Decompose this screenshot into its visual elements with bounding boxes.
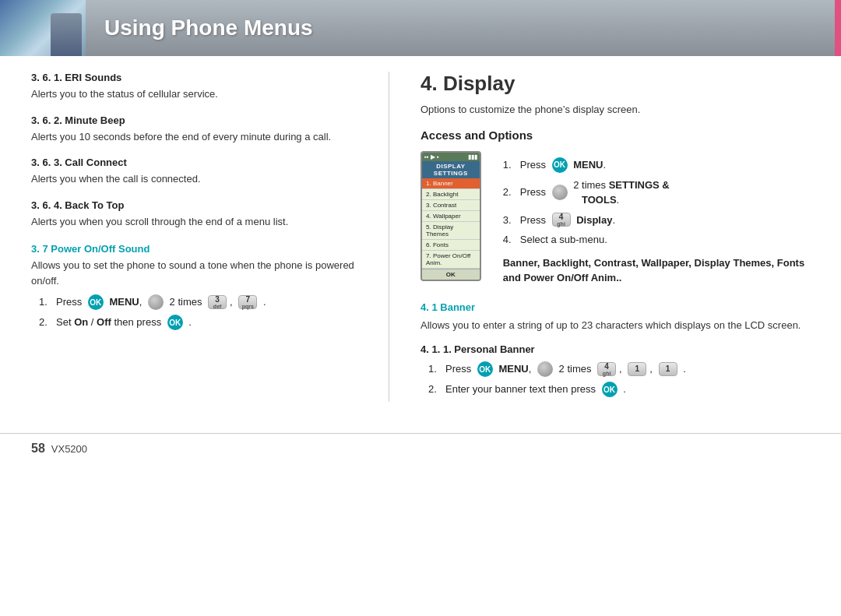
phone-title-bar: DISPLAY SETTINGS xyxy=(422,161,480,178)
nav-badge-pb1 xyxy=(537,361,553,377)
footer-page-number: 58 xyxy=(31,442,45,456)
call-connect-text: Alerts you when the call is connected. xyxy=(31,171,365,187)
display-step-2: 2. Press 2 times SETTINGS & TOOLS. xyxy=(503,178,810,208)
phone-ok-bar: OK xyxy=(422,269,480,280)
key-4ghi-pb: 4 ghi xyxy=(597,362,616,376)
phone-menu-item-7: 7. Power On/Off Anim. xyxy=(422,251,480,269)
key-3def: 3 def xyxy=(208,295,227,309)
ok-badge-pb1: OK xyxy=(477,361,493,377)
display-step-3: 3. Press 4 ghi Display. xyxy=(503,213,810,228)
phone-area: ▪▪ ▶ ▪ ▮▮▮ DISPLAY SETTINGS 1. Banner 2.… xyxy=(420,151,810,286)
right-column: 4. Display Options to customize the phon… xyxy=(420,72,810,402)
display-intro: Options to customize the phone’s display… xyxy=(420,102,810,118)
back-to-top-text: Alerts you when you scroll through the e… xyxy=(31,214,365,230)
banner-section-heading: 4. 1 Banner xyxy=(420,301,810,313)
display-heading: 4. Display xyxy=(420,72,810,96)
phone-menu-item-1: 1. Banner xyxy=(422,178,480,189)
power-sound-text: Allows you to set the phone to sound a t… xyxy=(31,258,365,288)
display-steps-list: 1. Press OK MENU. 2. Press 2 times SETTI… xyxy=(495,157,810,248)
sub-menu-text: Banner, Backlight, Contrast, Wallpaper, … xyxy=(503,255,810,286)
header-accent-bar xyxy=(835,0,841,56)
left-column: 3. 6. 1. ERI Sounds Alerts you to the st… xyxy=(31,72,389,402)
phone-menu-item-4: 4. Wallpaper xyxy=(422,211,480,222)
personal-banner-step-1: 1. Press OK MENU, 2 times 4 ghi , 1 , 1 xyxy=(428,361,810,377)
header-image xyxy=(0,0,86,56)
footer-model: VX5200 xyxy=(51,443,87,455)
key-1-pb1: 1 xyxy=(628,362,646,376)
eri-sounds-text: Alerts you to the status of cellular ser… xyxy=(31,86,365,102)
page-header: Using Phone Menus xyxy=(0,0,841,56)
back-to-top-heading: 3. 6. 4. Back To Top xyxy=(31,199,365,211)
phone-menu-item-6: 6. Fonts xyxy=(422,240,480,251)
phone-menu-list: 1. Banner 2. Backlight 3. Contrast 4. Wa… xyxy=(422,178,480,269)
personal-banner-heading: 4. 1. 1. Personal Banner xyxy=(420,343,810,355)
step-menu-label: MENU, xyxy=(107,294,145,310)
page-footer: 58 VX5200 xyxy=(0,433,841,463)
ok-badge-power1: OK xyxy=(88,294,104,310)
minute-beep-heading: 3. 6. 2. Minute Beep xyxy=(31,114,365,126)
display-step-1: 1. Press OK MENU. xyxy=(503,157,810,173)
key-1-pb2: 1 xyxy=(659,362,677,376)
power-sound-heading: 3. 7 Power On/Off Sound xyxy=(31,243,365,255)
page-title: Using Phone Menus xyxy=(104,16,841,40)
step-set-text: Set On / Off then press xyxy=(56,315,164,330)
step-press-label: Press xyxy=(56,294,85,310)
phone-instructions: 1. Press OK MENU. 2. Press 2 times SETTI… xyxy=(495,151,810,286)
ok-badge-power2: OK xyxy=(167,315,183,330)
minute-beep-text: Alerts you 10 seconds before the end of … xyxy=(31,129,365,145)
key-4ghi: 4 ghi xyxy=(552,213,571,227)
battery-icon: ▮▮▮ xyxy=(468,153,477,160)
step-num: 1. xyxy=(39,294,53,310)
main-content: 3. 6. 1. ERI Sounds Alerts you to the st… xyxy=(0,56,841,417)
comma-sep: , xyxy=(230,294,235,310)
display-step-4: 4. Select a sub-menu. xyxy=(503,232,810,248)
ok-badge-pb2: OK xyxy=(602,382,618,397)
header-photo xyxy=(51,13,82,56)
call-connect-heading: 3. 6. 3. Call Connect xyxy=(31,157,365,168)
step-num-2: 2. xyxy=(39,315,53,330)
phone-status-bar: ▪▪ ▶ ▪ ▮▮▮ xyxy=(422,153,480,161)
power-sound-steps: 1. Press OK MENU, 2 times 3 def , 7 pqrs… xyxy=(31,294,365,330)
phone-screen: ▪▪ ▶ ▪ ▮▮▮ DISPLAY SETTINGS 1. Banner 2.… xyxy=(420,151,481,281)
personal-banner-steps: 1. Press OK MENU, 2 times 4 ghi , 1 , 1 xyxy=(420,361,810,397)
power-step-1: 1. Press OK MENU, 2 times 3 def , 7 pqrs… xyxy=(39,294,365,310)
status-icons: ▪▪ ▶ ▪ xyxy=(424,153,439,160)
phone-menu-item-3: 3. Contrast xyxy=(422,200,480,211)
phone-menu-item-2: 2. Backlight xyxy=(422,189,480,200)
personal-banner-step-2: 2. Enter your banner text then press OK … xyxy=(428,382,810,397)
nav-badge-power1 xyxy=(148,294,164,310)
step-times-label: 2 times xyxy=(167,294,205,310)
nav-badge-disp2 xyxy=(552,185,568,200)
ok-badge-disp1: OK xyxy=(552,157,568,173)
key-7pqrs: 7 pqrs xyxy=(238,295,257,309)
eri-sounds-heading: 3. 6. 1. ERI Sounds xyxy=(31,72,365,83)
access-heading: Access and Options xyxy=(420,128,810,142)
banner-section-text: Allows you to enter a string of up to 23… xyxy=(420,318,810,333)
phone-menu-item-5: 5. Display Themes xyxy=(422,222,480,240)
power-step-2: 2. Set On / Off then press OK . xyxy=(39,315,365,330)
